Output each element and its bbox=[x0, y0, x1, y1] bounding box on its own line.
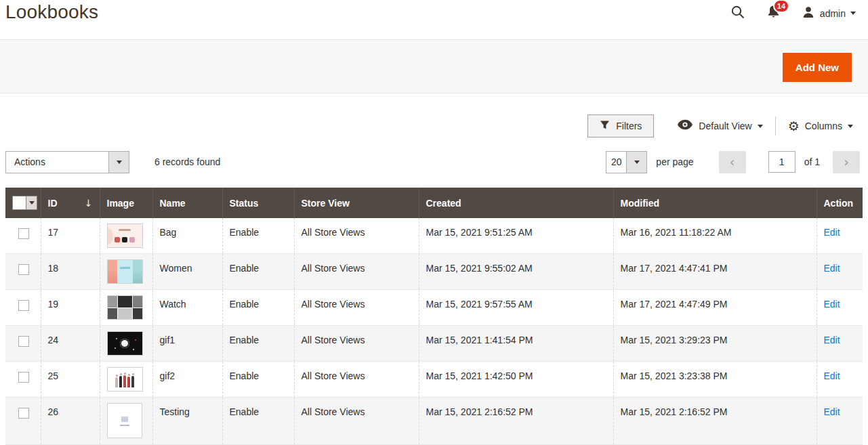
page-action-bar: Add New bbox=[0, 39, 868, 93]
edit-link[interactable]: Edit bbox=[824, 406, 840, 417]
filters-label: Filters bbox=[616, 121, 642, 131]
row-checkbox[interactable] bbox=[18, 408, 29, 419]
cell-store-view: All Store Views bbox=[294, 218, 419, 254]
edit-link[interactable]: Edit bbox=[824, 227, 840, 238]
table-row: 18 Women Enable All Store Views Mar 15, … bbox=[5, 254, 863, 290]
next-page-button[interactable]: › bbox=[833, 151, 860, 173]
cell-modified: Mar 16, 2021 11:18:22 AM bbox=[613, 218, 817, 254]
table-row: 17 Bag Enable All Store Views Mar 15, 20… bbox=[5, 218, 863, 254]
cell-created: Mar 15, 2021 1:41:54 PM bbox=[419, 326, 613, 362]
edit-link[interactable]: Edit bbox=[824, 335, 840, 345]
columns-dropdown[interactable]: ⚙ Columns bbox=[788, 120, 853, 133]
sort-descending-icon: ↓ bbox=[85, 198, 93, 209]
cell-modified: Mar 15, 2021 3:29:23 PM bbox=[613, 326, 817, 362]
grid-controls: Filters Default View ⚙ Columns bbox=[0, 114, 868, 138]
column-header-status[interactable]: Status bbox=[222, 188, 294, 218]
cell-name: Testing bbox=[152, 398, 222, 445]
filters-button[interactable]: Filters bbox=[587, 114, 654, 137]
cell-created: Mar 15, 2021 9:51:25 AM bbox=[419, 218, 613, 254]
page-size-value: 20 bbox=[606, 152, 626, 173]
cell-modified: Mar 17, 2021 4:47:41 PM bbox=[613, 254, 817, 290]
default-view-label: Default View bbox=[699, 121, 751, 131]
cell-status: Enable bbox=[222, 254, 294, 290]
table-row: 26 Testing Enable All Store Views Mar 15… bbox=[5, 398, 863, 445]
per-page-label: per page bbox=[656, 156, 693, 167]
page-header: Lookbooks 14 admin bbox=[0, 0, 868, 39]
cell-created: Mar 15, 2021 9:55:02 AM bbox=[419, 254, 613, 290]
cell-created: Mar 15, 2021 1:42:50 PM bbox=[419, 362, 613, 398]
total-pages-label: of 1 bbox=[804, 156, 820, 167]
cell-status: Enable bbox=[222, 290, 294, 326]
select-all-checkbox[interactable] bbox=[13, 196, 26, 209]
cell-store-view: All Store Views bbox=[294, 398, 419, 445]
column-header-store-view[interactable]: Store View bbox=[294, 188, 419, 218]
gear-icon: ⚙ bbox=[788, 120, 800, 133]
add-new-button[interactable]: Add New bbox=[783, 53, 852, 82]
lookbook-thumbnail bbox=[107, 367, 143, 391]
edit-link[interactable]: Edit bbox=[824, 299, 840, 310]
select-all-dropdown[interactable] bbox=[12, 196, 37, 210]
records-found-text: 6 records found bbox=[154, 156, 220, 167]
column-header-image[interactable]: Image bbox=[100, 188, 152, 218]
cell-status: Enable bbox=[222, 398, 294, 445]
page-title: Lookbooks bbox=[5, 1, 98, 23]
cell-modified: Mar 15, 2021 2:16:52 PM bbox=[613, 398, 817, 445]
admin-username: admin bbox=[820, 8, 846, 19]
column-header-id[interactable]: ID ↓ bbox=[41, 188, 100, 218]
cell-name: Women bbox=[152, 254, 222, 290]
column-header-created[interactable]: Created bbox=[419, 188, 613, 218]
select-all-column-header bbox=[5, 188, 41, 218]
cell-name: Watch bbox=[152, 290, 222, 326]
cell-modified: Mar 15, 2021 3:23:38 PM bbox=[613, 362, 817, 398]
chevron-down-icon bbox=[108, 152, 129, 173]
row-checkbox[interactable] bbox=[18, 336, 29, 347]
notifications-button[interactable]: 14 bbox=[766, 4, 781, 22]
search-button[interactable] bbox=[730, 5, 745, 22]
lookbook-thumbnail bbox=[107, 331, 143, 356]
search-icon bbox=[730, 5, 745, 22]
chevron-left-icon: ‹ bbox=[730, 154, 735, 169]
user-icon bbox=[802, 5, 815, 22]
cell-store-view: All Store Views bbox=[294, 254, 419, 290]
table-header-row: ID ↓ Image Name Status Store View Create… bbox=[5, 188, 863, 218]
edit-link[interactable]: Edit bbox=[824, 263, 840, 274]
chevron-down-icon bbox=[758, 125, 763, 128]
cell-name: Bag bbox=[152, 218, 222, 254]
cell-name: gif2 bbox=[152, 362, 222, 398]
row-checkbox[interactable] bbox=[18, 372, 29, 383]
lookbook-thumbnail bbox=[107, 259, 143, 284]
lookbook-thumbnail bbox=[107, 295, 143, 320]
columns-label: Columns bbox=[805, 121, 842, 131]
cell-store-view: All Store Views bbox=[294, 362, 419, 398]
cell-id: 17 bbox=[41, 218, 100, 254]
header-actions: 14 admin bbox=[730, 4, 856, 22]
cell-id: 26 bbox=[41, 398, 100, 445]
cell-name: gif1 bbox=[152, 326, 222, 362]
lookbooks-grid: ID ↓ Image Name Status Store View Create… bbox=[5, 188, 863, 445]
current-page-input[interactable] bbox=[768, 151, 795, 173]
default-view-dropdown[interactable]: Default View bbox=[677, 119, 762, 133]
chevron-down-icon bbox=[626, 152, 646, 173]
row-checkbox[interactable] bbox=[18, 300, 29, 311]
actions-select[interactable]: Actions bbox=[5, 151, 129, 173]
table-row: 24 gif1 Enable All Store Views Mar 15, 2… bbox=[5, 326, 863, 362]
column-header-id-label: ID bbox=[48, 198, 58, 209]
cell-status: Enable bbox=[222, 326, 294, 362]
vertical-divider bbox=[775, 116, 776, 135]
cell-id: 24 bbox=[41, 326, 100, 362]
notification-count-badge: 14 bbox=[773, 0, 789, 13]
eye-icon bbox=[677, 119, 693, 133]
previous-page-button[interactable]: ‹ bbox=[719, 151, 746, 173]
cell-status: Enable bbox=[222, 362, 294, 398]
cell-created: Mar 15, 2021 9:57:55 AM bbox=[419, 290, 613, 326]
column-header-name[interactable]: Name bbox=[152, 188, 222, 218]
page-size-select[interactable]: 20 bbox=[606, 151, 647, 173]
admin-account-menu[interactable]: admin bbox=[802, 5, 856, 22]
cell-store-view: All Store Views bbox=[294, 290, 419, 326]
row-checkbox[interactable] bbox=[18, 264, 29, 275]
cell-id: 25 bbox=[41, 362, 100, 398]
edit-link[interactable]: Edit bbox=[824, 370, 840, 381]
column-header-modified[interactable]: Modified bbox=[613, 188, 817, 218]
row-checkbox[interactable] bbox=[18, 228, 29, 239]
chevron-down-icon bbox=[848, 125, 853, 128]
